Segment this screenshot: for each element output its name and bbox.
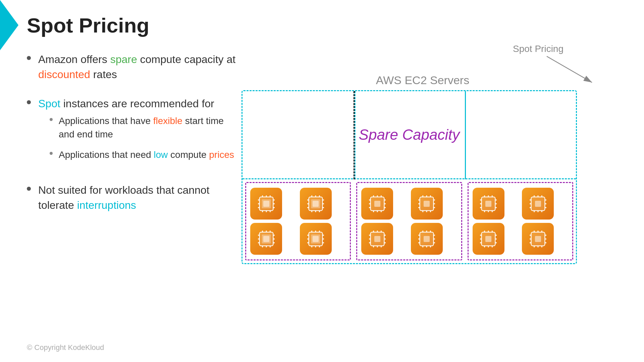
span-interruptions: interruptions <box>77 199 136 211</box>
bullet-2: Spot instances are recommended for Appli… <box>27 96 241 169</box>
span-discounted: discounted <box>38 68 90 80</box>
annotation-arrow-svg <box>540 53 600 86</box>
svg-rect-31 <box>313 200 319 206</box>
annotation-container: Spot Pricing <box>262 44 604 74</box>
divider-2 <box>465 91 466 179</box>
top-dividers <box>243 91 576 179</box>
bullet-text-1: Amazon offers spare compute capacity at … <box>38 52 241 82</box>
svg-rect-131 <box>485 200 491 206</box>
bullet-1: Amazon offers spare compute capacity at … <box>27 52 241 82</box>
sub-text-2-1: Applications that have flexible start ti… <box>59 114 241 140</box>
span-flexible: flexible <box>153 116 182 126</box>
svg-rect-159 <box>485 236 491 242</box>
ec2-outer-box: Spare Capacity <box>241 90 577 264</box>
cpu-icon-3-1 <box>473 188 504 220</box>
divider-1 <box>354 91 356 179</box>
span-spot: Spot <box>38 98 60 110</box>
sub-bullets-2: Applications that have flexible start ti… <box>50 114 241 161</box>
svg-rect-46 <box>263 236 269 242</box>
span-prices: prices <box>209 149 234 160</box>
span-low: low <box>154 149 168 160</box>
sub-bullet-2-1: Applications that have flexible start ti… <box>50 114 241 140</box>
cpu-icon-3-3 <box>473 223 504 255</box>
svg-rect-117 <box>424 236 430 242</box>
cpu-icon-3-2 <box>522 188 554 220</box>
cpu-icon-1-3 <box>250 223 282 255</box>
svg-rect-89 <box>424 200 430 206</box>
page-title: Spot Pricing <box>27 13 149 37</box>
bullet-dot-1 <box>27 56 31 60</box>
diagram-area: Spot Pricing AWS EC2 Servers Spare Capac… <box>262 44 604 264</box>
copyright-text: © Copyright KodeKloud <box>27 343 104 352</box>
cpu-icon-1-1 <box>250 188 282 220</box>
span-spare: spare <box>110 53 137 65</box>
svg-rect-103 <box>374 236 380 242</box>
server-col-2 <box>356 182 462 260</box>
svg-rect-61 <box>313 236 319 242</box>
cpu-icon-2-3 <box>361 223 393 255</box>
server-col-1 <box>245 182 351 260</box>
sub-dot-2-2 <box>50 152 53 155</box>
bullet-text-3: Not suited for workloads that cannot tol… <box>38 183 241 213</box>
server-col-3 <box>468 182 573 260</box>
cpu-icon-2-2 <box>411 188 443 220</box>
cpu-icon-2-4 <box>411 223 443 255</box>
svg-rect-145 <box>535 200 541 206</box>
svg-rect-173 <box>535 236 541 242</box>
svg-rect-75 <box>374 200 380 206</box>
cpu-icon-2-1 <box>361 188 393 220</box>
cpu-icon-3-4 <box>522 223 554 255</box>
bullet-3: Not suited for workloads that cannot tol… <box>27 183 241 213</box>
bullet-dot-2 <box>27 100 31 104</box>
left-content-area: Amazon offers spare compute capacity at … <box>27 52 241 227</box>
svg-line-1 <box>547 56 592 82</box>
svg-rect-16 <box>263 200 269 206</box>
bullet-dot-3 <box>27 187 31 191</box>
servers-section <box>243 178 576 263</box>
sub-text-2-2: Applications that need low compute price… <box>59 148 234 161</box>
cpu-icon-1-2 <box>300 188 332 220</box>
sub-bullet-2-2: Applications that need low compute price… <box>50 148 241 161</box>
cpu-icon-1-4 <box>300 223 332 255</box>
bullet-text-2: Spot instances are recommended for <box>38 96 241 111</box>
sub-dot-2-1 <box>50 118 53 121</box>
